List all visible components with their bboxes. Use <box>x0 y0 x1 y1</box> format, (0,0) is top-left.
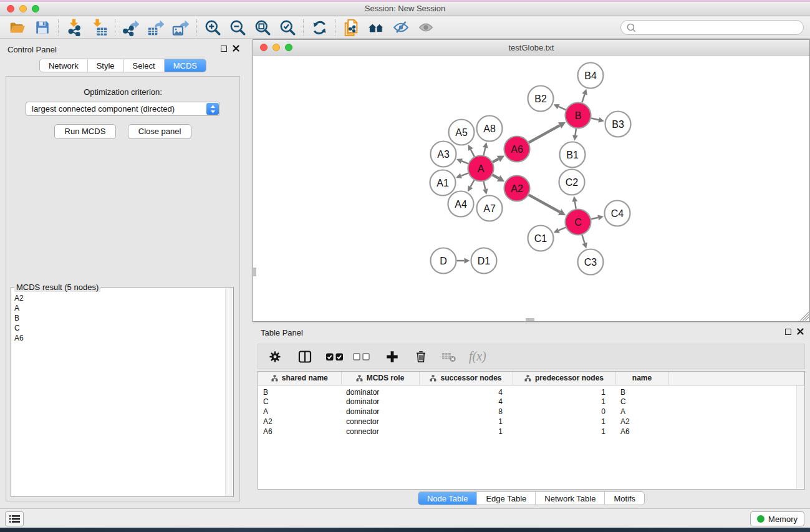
run-mcds-button[interactable]: Run MCDS <box>54 124 117 139</box>
save-session-button[interactable] <box>30 18 55 37</box>
table-cell[interactable]: A2 <box>615 417 668 427</box>
column-header[interactable]: name <box>615 372 668 385</box>
graph-edge[interactable] <box>559 107 566 110</box>
zoom-selected-button[interactable] <box>275 18 300 37</box>
first-neighbors-button[interactable] <box>364 18 388 37</box>
float-panel-icon[interactable] <box>785 329 791 335</box>
table-cell[interactable]: 1 <box>513 417 615 427</box>
graph-edge[interactable] <box>484 181 486 189</box>
table-row[interactable]: Cdominator41C <box>258 397 804 407</box>
result-item[interactable]: B <box>13 313 224 323</box>
table-cell[interactable]: 4 <box>419 397 513 407</box>
result-item[interactable]: A <box>13 303 224 313</box>
zoom-fit-button[interactable] <box>250 18 275 37</box>
table-cell[interactable]: connector <box>341 417 419 427</box>
import-table-button[interactable] <box>87 18 112 37</box>
table-cell[interactable]: 1 <box>513 397 615 407</box>
node-table[interactable]: shared nameMCDS rolesuccessor nodesprede… <box>258 372 804 437</box>
settings-gear-button[interactable] <box>267 348 283 365</box>
table-row[interactable]: A6connector11A6 <box>258 427 804 437</box>
import-network-button[interactable] <box>62 18 87 37</box>
graph-edge[interactable] <box>471 150 475 157</box>
tab-node-table[interactable]: Node Table <box>418 492 477 505</box>
table-cell[interactable]: A6 <box>258 427 341 437</box>
table-row[interactable]: Bdominator41B <box>258 385 804 397</box>
result-item[interactable]: C <box>13 323 224 333</box>
column-header[interactable]: predecessor nodes <box>513 372 615 385</box>
table-cell[interactable]: 1 <box>419 417 513 427</box>
hide-selected-button[interactable] <box>388 18 413 37</box>
result-item[interactable]: A2 <box>13 293 224 303</box>
task-history-button[interactable] <box>5 511 24 526</box>
table-row[interactable]: Adominator80A <box>258 407 804 417</box>
function-builder-button[interactable]: f(x) <box>469 348 486 365</box>
export-table-button[interactable] <box>143 18 168 37</box>
tab-mcds[interactable]: MCDS <box>164 59 206 72</box>
open-session-button[interactable] <box>5 18 30 37</box>
table-cell[interactable]: B <box>258 385 341 397</box>
table-cell[interactable]: 1 <box>513 427 615 437</box>
graph-edge[interactable] <box>591 218 598 220</box>
graph-edge[interactable] <box>529 195 560 211</box>
column-header[interactable]: MCDS role <box>341 372 419 385</box>
close-panel-button[interactable]: Close panel <box>128 124 192 139</box>
table-cell[interactable]: 0 <box>513 407 615 417</box>
canvas-scroll-nub-left[interactable] <box>253 268 256 276</box>
network-canvas[interactable]: B4B2BB3A5A8A6B1A3AA1C2A2A4A7C4CC1C3DD1 <box>253 56 809 321</box>
tab-edge-table[interactable]: Edge Table <box>476 492 535 505</box>
column-header[interactable]: successor nodes <box>419 372 513 385</box>
float-panel-icon[interactable] <box>221 46 227 52</box>
graph-edge[interactable] <box>493 159 498 162</box>
graph-edge[interactable] <box>575 201 576 209</box>
graph-edge[interactable] <box>470 180 474 187</box>
tab-network[interactable]: Network <box>40 59 87 72</box>
table-row[interactable]: A2connector11A2 <box>258 417 804 427</box>
graph-edge[interactable] <box>582 94 584 102</box>
network-graph[interactable]: B4B2BB3A5A8A6B1A3AA1C2A2A4A7C4CC1C3DD1 <box>253 56 809 321</box>
table-cell[interactable]: connector <box>341 427 419 437</box>
table-cell[interactable]: C <box>258 397 341 407</box>
export-network-button[interactable] <box>118 18 143 37</box>
search-field[interactable] <box>620 20 804 35</box>
zoom-in-button[interactable] <box>200 18 225 37</box>
table-cell[interactable]: C <box>615 397 668 407</box>
resize-grip[interactable] <box>800 312 809 321</box>
tab-motifs[interactable]: Motifs <box>604 492 644 505</box>
select-all-button[interactable] <box>325 348 344 365</box>
tab-style[interactable]: Style <box>87 59 123 72</box>
new-network-from-selection-button[interactable] <box>339 18 364 37</box>
table-cell[interactable]: A6 <box>615 427 668 437</box>
tab-network-table[interactable]: Network Table <box>535 492 604 505</box>
apply-layout-button[interactable] <box>307 18 332 37</box>
show-all-button[interactable] <box>413 18 438 37</box>
table-cell[interactable]: 1 <box>513 385 615 397</box>
mcds-result-list[interactable]: A2ABCA6 <box>13 293 224 495</box>
graph-edge[interactable] <box>582 235 584 243</box>
graph-edge[interactable] <box>461 161 468 163</box>
table-cell[interactable]: dominator <box>341 397 419 407</box>
graph-edge[interactable] <box>493 175 499 178</box>
zoom-out-button[interactable] <box>225 18 250 37</box>
close-panel-icon[interactable] <box>797 328 804 335</box>
result-scrollbar[interactable] <box>225 288 233 496</box>
close-panel-icon[interactable] <box>233 45 239 52</box>
graph-edge[interactable] <box>575 128 576 135</box>
table-cell[interactable]: dominator <box>341 407 419 417</box>
criterion-dropdown[interactable]: largest connected component (directed) <box>26 102 220 116</box>
table-cell[interactable]: 8 <box>419 407 513 417</box>
table-cell[interactable]: A <box>258 407 341 417</box>
table-cell[interactable]: 1 <box>419 427 513 437</box>
column-layout-button[interactable] <box>297 348 313 365</box>
search-input[interactable] <box>637 21 798 34</box>
table-cell[interactable]: B <box>615 385 668 397</box>
table-cell[interactable]: A <box>615 407 668 417</box>
export-image-button[interactable] <box>168 18 193 37</box>
result-item[interactable]: A6 <box>13 333 224 343</box>
table-cell[interactable]: dominator <box>341 385 419 397</box>
table-scrollbar[interactable] <box>796 385 804 488</box>
column-header[interactable]: shared name <box>258 372 341 385</box>
memory-button[interactable]: Memory <box>750 511 804 526</box>
table-cell[interactable]: A2 <box>258 417 341 427</box>
graph-edge[interactable] <box>484 148 486 155</box>
table-cell[interactable]: 4 <box>419 385 513 397</box>
